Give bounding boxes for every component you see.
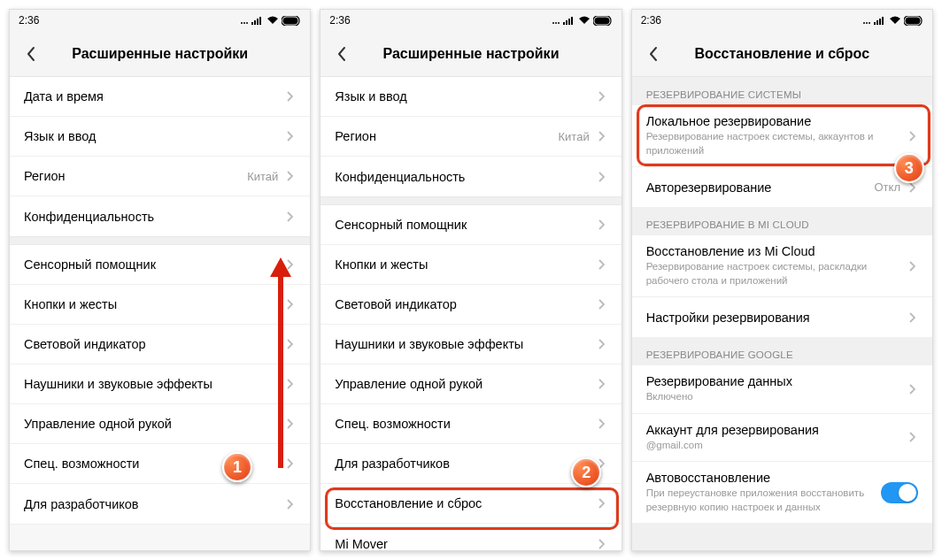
row-label: Спец. возможности xyxy=(335,417,594,431)
row-value: Китай xyxy=(559,130,590,143)
row-sub: Резервирование настроек системы, аккаунт… xyxy=(646,130,906,157)
row-label: Восстановление из Mi Cloud xyxy=(646,244,906,258)
chevron-right-icon xyxy=(283,91,296,102)
row-label: Регион xyxy=(335,129,558,143)
svg-point-20 xyxy=(863,22,865,24)
chevron-right-icon xyxy=(283,499,296,510)
row-light-indicator[interactable]: Световой индикатор xyxy=(320,285,621,325)
row-language-input[interactable]: Язык и ввод xyxy=(10,117,310,157)
row-label: Для разработчиков xyxy=(24,497,283,511)
row-sub: Включено xyxy=(646,390,906,404)
svg-rect-14 xyxy=(563,22,565,25)
phone-panel-3: 2:36 Восстановление и сброс РЕЗЕРВИРОВАН… xyxy=(631,9,933,551)
row-label: Настройки резервирования xyxy=(646,311,906,325)
status-time: 2:36 xyxy=(641,14,661,27)
svg-rect-23 xyxy=(874,22,876,25)
svg-rect-5 xyxy=(257,19,259,25)
row-developer[interactable]: Для разработчиков xyxy=(10,484,310,524)
svg-rect-4 xyxy=(254,20,256,25)
row-local-backup[interactable]: Локальное резервирование Резервирование … xyxy=(632,105,932,167)
header: Расширенные настройки xyxy=(10,31,310,77)
row-date-time[interactable]: Дата и время xyxy=(10,77,310,117)
back-button[interactable] xyxy=(641,46,666,62)
svg-rect-17 xyxy=(571,17,573,25)
status-bar: 2:36 xyxy=(320,10,621,31)
chevron-right-icon xyxy=(283,211,296,222)
row-privacy[interactable]: Конфиденциальность xyxy=(10,196,310,236)
back-button[interactable] xyxy=(329,46,354,62)
row-accessibility[interactable]: Спец. возможности xyxy=(10,444,310,484)
svg-rect-3 xyxy=(251,22,253,25)
row-buttons-gestures[interactable]: Кнопки и жесты xyxy=(10,285,310,325)
status-bar: 2:36 xyxy=(10,10,310,31)
row-micloud-restore[interactable]: Восстановление из Mi Cloud Резервировани… xyxy=(632,235,932,297)
row-label: Сенсорный помощник xyxy=(24,257,283,272)
svg-rect-26 xyxy=(882,17,884,25)
row-value: Китай xyxy=(247,170,278,183)
row-headphones-sounds[interactable]: Наушники и звуковые эффекты xyxy=(320,325,621,364)
svg-rect-16 xyxy=(568,19,570,25)
chevron-right-icon xyxy=(906,182,918,193)
row-mi-backup-settings[interactable]: Настройки резервирования xyxy=(632,297,932,337)
row-label: Световой индикатор xyxy=(24,337,283,351)
chevron-right-icon xyxy=(595,418,607,429)
row-light-indicator[interactable]: Световой индикатор xyxy=(10,325,310,364)
row-one-handed[interactable]: Управление одной рукой xyxy=(320,364,621,404)
chevron-left-icon xyxy=(336,46,347,62)
row-mi-mover[interactable]: Mi Mover xyxy=(320,524,621,550)
section-header-micloud: РЕЗЕРВИРОВАНИЕ В MI CLOUD xyxy=(632,207,932,235)
svg-point-0 xyxy=(241,22,243,24)
row-region[interactable]: Регион Китай xyxy=(10,157,310,196)
wifi-icon xyxy=(889,16,901,25)
row-buttons-gestures[interactable]: Кнопки и жесты xyxy=(320,245,621,285)
phone-panel-1: 2:36 Расширенные настройки Дата и время … xyxy=(9,9,311,551)
row-label: Резервирование данных xyxy=(646,374,906,388)
page-title: Восстановление и сброс xyxy=(632,46,932,62)
back-button[interactable] xyxy=(19,46,43,62)
battery-icon xyxy=(904,16,923,26)
section-header-google: РЕЗЕРВИРОВАНИЕ GOOGLE xyxy=(632,337,932,365)
row-label: Управление одной рукой xyxy=(335,377,594,391)
row-touch-assistant[interactable]: Сенсорный помощник xyxy=(320,205,621,245)
row-language-input[interactable]: Язык и ввод xyxy=(320,77,621,117)
chevron-right-icon xyxy=(906,131,918,142)
svg-point-13 xyxy=(558,22,560,24)
svg-rect-15 xyxy=(566,20,568,25)
row-google-auto-restore[interactable]: Автовосстановление При переустановке при… xyxy=(632,462,932,523)
row-label: Дата и время xyxy=(24,89,283,104)
chevron-right-icon xyxy=(595,172,607,182)
status-bar: 2:36 xyxy=(632,10,932,31)
row-headphones-sounds[interactable]: Наушники и звуковые эффекты xyxy=(10,364,310,404)
row-value: Откл xyxy=(874,180,900,194)
svg-point-11 xyxy=(552,22,554,24)
row-label: Для разработчиков xyxy=(335,456,594,471)
chevron-right-icon xyxy=(906,432,918,442)
row-accessibility[interactable]: Спец. возможности xyxy=(320,404,621,444)
auto-restore-toggle[interactable] xyxy=(881,482,918,503)
row-sub: @gmail.com xyxy=(646,439,906,453)
row-region[interactable]: Регион Китай xyxy=(320,117,621,157)
row-google-backup-data[interactable]: Резервирование данных Включено xyxy=(632,365,932,414)
row-label: Mi Mover xyxy=(335,537,594,551)
row-label: Язык и ввод xyxy=(335,89,594,104)
content[interactable]: РЕЗЕРВИРОВАНИЕ СИСТЕМЫ Локальное резерви… xyxy=(632,77,932,550)
battery-icon xyxy=(282,16,301,26)
row-touch-assistant[interactable]: Сенсорный помощник xyxy=(10,245,310,285)
step-badge-1: 1 xyxy=(222,452,252,482)
battery-icon xyxy=(593,16,613,26)
chevron-right-icon xyxy=(595,539,607,549)
row-privacy[interactable]: Конфиденциальность xyxy=(320,157,621,196)
signal-icon xyxy=(251,16,264,25)
row-restore-reset[interactable]: Восстановление и сброс xyxy=(320,484,621,524)
row-auto-backup[interactable]: Авторезервирование Откл xyxy=(632,167,932,207)
row-label: Наушники и звуковые эффекты xyxy=(335,337,594,351)
status-icons xyxy=(862,16,923,26)
phone-panel-2: 2:36 Расширенные настройки Язык и ввод Р… xyxy=(320,9,622,551)
row-label: Аккаунт для резервирования xyxy=(646,423,906,437)
row-google-backup-account[interactable]: Аккаунт для резервирования @gmail.com xyxy=(632,414,932,463)
row-label: Авторезервирование xyxy=(646,180,875,195)
content[interactable]: Дата и время Язык и ввод Регион Китай Ко… xyxy=(10,77,310,550)
row-one-handed[interactable]: Управление одной рукой xyxy=(10,404,310,444)
svg-rect-24 xyxy=(876,20,878,25)
wifi-icon xyxy=(578,16,591,25)
